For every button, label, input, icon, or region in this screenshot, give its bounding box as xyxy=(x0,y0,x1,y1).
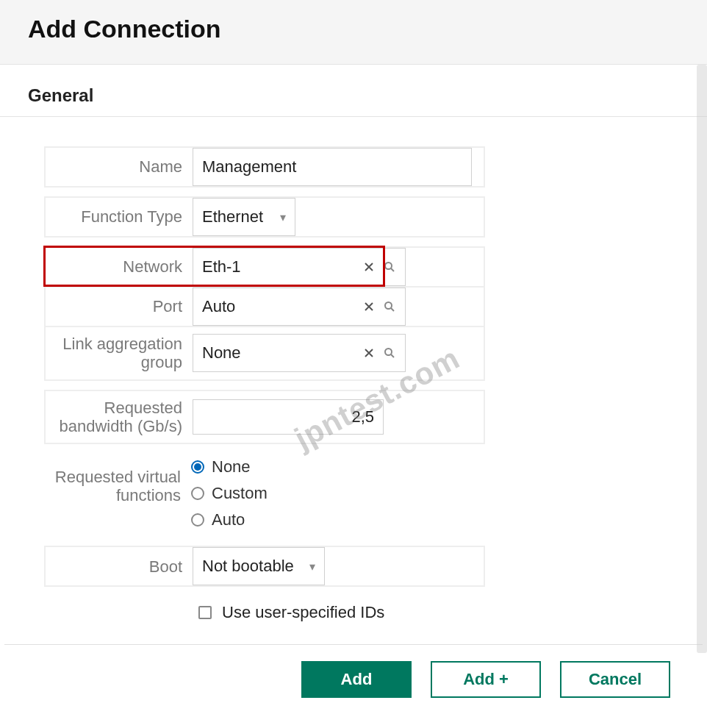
radio-icon xyxy=(191,460,204,474)
lag-lookup[interactable]: None xyxy=(193,334,406,372)
add-plus-button[interactable]: Add + xyxy=(431,661,541,698)
svg-point-4 xyxy=(385,349,392,355)
port-lookup[interactable]: Auto xyxy=(193,288,406,326)
boot-value: Not bootable xyxy=(202,557,294,576)
rvf-option-label: None xyxy=(212,457,251,477)
clear-icon[interactable] xyxy=(361,299,377,315)
bandwidth-input[interactable] xyxy=(193,399,384,435)
chevron-down-icon: ▾ xyxy=(309,560,315,574)
dialog-header: Add Connection xyxy=(0,0,707,65)
row-rvf: Requested virtual functions None Custom … xyxy=(44,454,485,532)
lag-value: None xyxy=(202,343,356,363)
label-function-type: Function Type xyxy=(46,198,193,236)
content-area: General Name Function Type Ethernet ▾ Ne… xyxy=(0,65,707,622)
radio-icon xyxy=(191,513,204,527)
svg-point-2 xyxy=(385,302,392,309)
function-type-value: Ethernet xyxy=(202,207,263,226)
cancel-button[interactable]: Cancel xyxy=(560,661,670,698)
row-boot: Boot Not bootable ▾ xyxy=(44,546,485,587)
section-general-title: General xyxy=(0,65,707,117)
search-icon[interactable] xyxy=(381,345,398,361)
rvf-option-label: Custom xyxy=(212,484,268,503)
row-lag: Link aggregation group None xyxy=(44,326,485,381)
rvf-option-custom[interactable]: Custom xyxy=(191,484,268,503)
network-lookup[interactable]: Eth-1 xyxy=(193,248,406,286)
form: Name Function Type Ethernet ▾ Network Et… xyxy=(0,117,707,622)
row-network: Network Eth-1 xyxy=(44,246,485,288)
scrollbar[interactable] xyxy=(697,65,707,653)
label-name: Name xyxy=(46,148,193,186)
rvf-radio-group: None Custom Auto xyxy=(191,454,268,532)
label-bandwidth: Requested bandwidth (Gb/s) xyxy=(46,391,193,443)
boot-select[interactable]: Not bootable ▾ xyxy=(193,547,325,585)
row-port: Port Auto xyxy=(44,286,485,327)
clear-icon[interactable] xyxy=(361,345,377,361)
network-value: Eth-1 xyxy=(202,257,356,276)
row-bandwidth: Requested bandwidth (Gb/s) xyxy=(44,390,485,445)
label-lag: Link aggregation group xyxy=(46,327,193,379)
radio-icon xyxy=(191,487,204,500)
rvf-option-none[interactable]: None xyxy=(191,457,268,477)
chevron-down-icon: ▾ xyxy=(280,210,286,224)
search-icon[interactable] xyxy=(381,299,398,315)
search-icon[interactable] xyxy=(381,259,398,275)
use-ids-checkbox[interactable] xyxy=(198,606,212,619)
add-button[interactable]: Add xyxy=(301,661,412,698)
footer: Add Add + Cancel xyxy=(0,645,707,718)
row-function-type: Function Type Ethernet ▾ xyxy=(44,196,485,238)
page-title: Add Connection xyxy=(28,15,679,43)
label-boot: Boot xyxy=(46,547,193,585)
name-input[interactable] xyxy=(193,148,472,186)
rvf-option-label: Auto xyxy=(212,510,245,529)
use-ids-label: Use user-specified IDs xyxy=(222,603,384,622)
svg-line-5 xyxy=(391,354,394,357)
svg-line-3 xyxy=(391,308,394,311)
svg-point-0 xyxy=(385,263,392,269)
row-name: Name xyxy=(44,146,485,188)
rvf-option-auto[interactable]: Auto xyxy=(191,510,268,529)
row-use-ids: Use user-specified IDs xyxy=(198,603,707,622)
function-type-select[interactable]: Ethernet ▾ xyxy=(193,198,295,236)
clear-icon[interactable] xyxy=(361,259,377,275)
label-network: Network xyxy=(46,248,193,286)
label-port: Port xyxy=(46,288,193,326)
label-rvf: Requested virtual functions xyxy=(44,454,191,532)
port-value: Auto xyxy=(202,297,356,316)
svg-line-1 xyxy=(391,268,394,271)
